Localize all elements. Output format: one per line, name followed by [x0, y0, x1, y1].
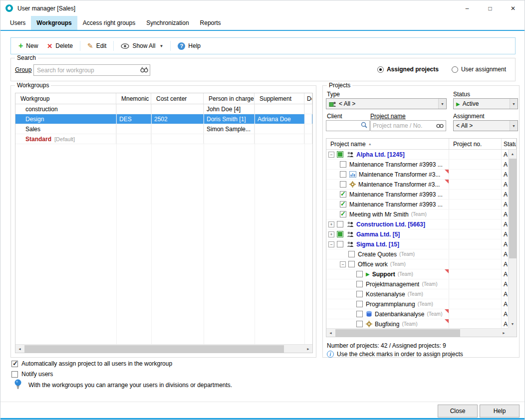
project-checkbox[interactable] [348, 261, 355, 267]
project-row[interactable]: Maintenance Transformer #3993 ... A [326, 160, 517, 170]
project-row-company[interactable]: − Alpha Ltd. [1245] A [326, 150, 517, 160]
chevron-down-icon[interactable]: ▼ [510, 121, 518, 131]
tab-synchronization[interactable]: Synchronization [141, 16, 194, 30]
project-checkbox[interactable] [356, 301, 363, 307]
project-row[interactable]: Datenbankanalyse (Team) A [326, 309, 517, 319]
project-row-company[interactable]: + Construction Ltd. [5663] A [326, 219, 517, 229]
scroll-right-icon[interactable]: ► [304, 345, 312, 353]
project-row[interactable]: Kostenanalyse (Team) A [326, 289, 517, 299]
col-project-no[interactable]: Project no. [449, 139, 502, 149]
vscroll-thumb[interactable] [509, 159, 517, 258]
tab-users[interactable]: Users [4, 16, 31, 30]
col-workgroup[interactable]: Workgroup [15, 93, 116, 104]
col-description[interactable]: Des [304, 93, 312, 104]
project-checkbox[interactable] [340, 181, 346, 188]
scroll-down-icon[interactable]: ▼ [509, 320, 517, 328]
project-checkbox[interactable] [337, 151, 343, 158]
help-button[interactable]: Help [480, 405, 520, 418]
project-row[interactable]: Maintenance Transformer #3993 ... A [326, 190, 517, 200]
minimize-button[interactable]: – [456, 0, 479, 16]
auto-assign-checkbox[interactable] [11, 361, 18, 367]
radio-unselected-icon[interactable] [452, 66, 458, 73]
client-search-field[interactable] [326, 120, 370, 131]
workgroup-search-input[interactable] [33, 64, 150, 76]
scroll-up-icon[interactable]: ▲ [509, 150, 517, 158]
project-row[interactable]: − Office work (Team) A [326, 259, 517, 269]
expand-icon[interactable]: + [328, 221, 334, 227]
close-button[interactable]: Close [438, 405, 478, 418]
project-checkbox[interactable] [356, 291, 363, 297]
scroll-left-icon[interactable]: ◄ [326, 329, 335, 337]
workgroup-row-standard[interactable]: Standard [Default] [15, 134, 312, 144]
notify-users-option[interactable]: Notify users [11, 371, 53, 378]
col-mnemonic[interactable]: Mnemonic [116, 93, 151, 104]
col-supplement[interactable]: Supplement [255, 93, 304, 104]
project-checkbox[interactable] [356, 281, 363, 287]
help-toolbar-button[interactable]: ? Help [174, 40, 204, 52]
type-dropdown[interactable]: < All > ▼ [326, 98, 447, 109]
project-checkbox[interactable] [340, 171, 346, 178]
project-row[interactable]: ▶ Support (Team) A [326, 269, 517, 279]
project-checkbox[interactable] [348, 251, 355, 257]
project-row[interactable]: Maintenance Transformer #3... A [326, 170, 517, 180]
collapse-icon[interactable]: − [328, 241, 334, 247]
project-row-company[interactable]: − Sigma Ltd. [15] A [326, 239, 517, 249]
project-checkbox[interactable] [337, 221, 343, 227]
collapse-icon[interactable]: − [328, 152, 334, 158]
project-checkbox[interactable] [340, 211, 346, 217]
col-status[interactable]: Status [502, 139, 517, 149]
workgroup-row-sales[interactable]: Sales Simon Sample... [15, 124, 312, 134]
tab-reports[interactable]: Reports [195, 16, 227, 30]
chevron-down-icon[interactable]: ▼ [159, 44, 163, 48]
project-checkbox[interactable] [340, 161, 346, 168]
magnifier-icon[interactable] [361, 122, 367, 130]
project-row-company[interactable]: + Gamma Ltd. [5] A [326, 229, 517, 239]
project-checkbox[interactable] [337, 241, 343, 247]
project-checkbox[interactable] [340, 201, 346, 208]
assignment-dropdown[interactable]: < All > ▼ [453, 120, 518, 131]
project-row[interactable]: Create Quotes (Team) A [326, 249, 517, 259]
scroll-left-icon[interactable]: ◄ [15, 345, 24, 353]
project-row[interactable]: Programmplanung (Team) A [326, 299, 517, 309]
tab-workgroups[interactable]: Workgroups [31, 16, 77, 30]
maximize-button[interactable]: □ [479, 0, 502, 16]
status-dropdown[interactable]: ▶ Active ▼ [453, 98, 518, 109]
project-checkbox[interactable] [356, 321, 363, 327]
project-name-field[interactable] [370, 120, 446, 131]
workgroup-row-design[interactable]: Design DES 2502 Doris Smith [1] Adriana … [15, 114, 312, 124]
project-row[interactable]: Meeting with Mr Smith (Team) A [326, 210, 517, 219]
col-cost-center[interactable]: Cost center [151, 93, 204, 104]
show-all-button[interactable]: Show All ▼ [117, 40, 167, 51]
project-checkbox[interactable] [337, 231, 343, 237]
tab-access-right-groups[interactable]: Access right groups [77, 16, 141, 30]
user-assignment-radio[interactable]: User assignment [452, 66, 506, 73]
edit-button[interactable]: ✎ Edit [84, 40, 110, 52]
collapse-icon[interactable]: − [340, 261, 346, 267]
hscroll-thumb[interactable] [335, 329, 460, 337]
workgroups-hscrollbar[interactable]: ◄ ► [15, 344, 312, 353]
delete-button[interactable]: ✕ Delete [43, 40, 76, 52]
project-checkbox[interactable] [340, 191, 346, 198]
notify-users-checkbox[interactable] [11, 371, 18, 378]
col-person-in-charge[interactable]: Person in charge [204, 93, 255, 104]
expand-icon[interactable]: + [328, 231, 334, 237]
radio-selected-icon[interactable] [377, 66, 384, 73]
project-row[interactable]: Maintenance Transformer #3... A [326, 180, 517, 190]
project-checkbox[interactable] [356, 271, 363, 277]
project-name-input[interactable] [371, 121, 434, 131]
assigned-projects-radio[interactable]: Assigned projects [377, 66, 439, 73]
project-row[interactable]: Bugfixing (Team) A [326, 319, 517, 329]
projects-vscrollbar[interactable]: ▲ ▼ [508, 150, 517, 328]
chevron-down-icon[interactable]: ▼ [510, 99, 518, 109]
hscroll-thumb[interactable] [24, 345, 284, 353]
chevron-down-icon[interactable]: ▼ [438, 99, 446, 109]
scroll-right-icon[interactable]: ► [500, 329, 508, 337]
projects-hscrollbar[interactable]: ◄ ► [326, 328, 508, 337]
client-input[interactable] [326, 121, 359, 131]
new-button[interactable]: + New [15, 40, 41, 51]
project-row[interactable]: Maintenance Transformer #3993 ... A [326, 200, 517, 210]
workgroup-row-construction[interactable]: construction John Doe [4] [15, 104, 312, 114]
auto-assign-option[interactable]: Automatically assign project to all user… [11, 360, 172, 367]
project-row[interactable]: Projektmanagement (Team) A [326, 279, 517, 289]
project-checkbox[interactable] [356, 311, 363, 317]
